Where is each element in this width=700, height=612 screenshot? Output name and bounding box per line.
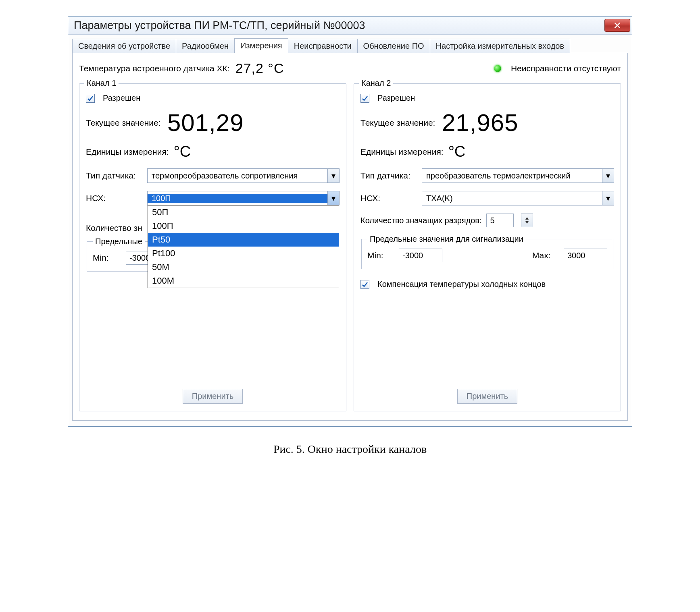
dropdown-arrow-icon: ▾ bbox=[602, 191, 614, 205]
ch1-units-value: °C bbox=[174, 143, 191, 160]
ch1-nch-value: 100П bbox=[148, 194, 327, 203]
ch1-nch-select[interactable]: 100П ▾ 50П 100П Pt50 Pt100 50M 100M bbox=[147, 191, 340, 205]
ch2-sensor-type-label: Тип датчика: bbox=[360, 171, 417, 180]
tabstrip: Сведения об устройстве Радиообмен Измере… bbox=[72, 38, 628, 53]
tabpage-measurements: Температура встроенного датчика ХК: 27,2… bbox=[72, 53, 628, 421]
ch2-units-label: Единицы измерения: bbox=[360, 147, 444, 157]
ch1-nch-option[interactable]: 50П bbox=[148, 205, 339, 219]
dialog-window: Параметры устройства ПИ РМ-ТС/ТП, серийн… bbox=[68, 16, 632, 427]
tab-firmware[interactable]: Обновление ПО bbox=[357, 39, 430, 53]
ch2-enabled-label: Разрешен bbox=[377, 93, 415, 103]
ch1-nch-label: НСХ: bbox=[86, 193, 142, 203]
ch2-current-value: 21,965 bbox=[442, 111, 519, 135]
tab-radio[interactable]: Радиообмен bbox=[176, 39, 235, 53]
check-icon bbox=[87, 95, 94, 102]
ch1-sensor-type-label: Тип датчика: bbox=[86, 171, 142, 180]
ch2-enabled-checkbox[interactable] bbox=[360, 94, 369, 103]
ch2-digits-label: Количество значащих разрядов: bbox=[360, 216, 481, 225]
top-status-row: Температура встроенного датчика ХК: 27,2… bbox=[79, 60, 621, 76]
window-title: Параметры устройства ПИ РМ-ТС/ТП, серийн… bbox=[74, 19, 365, 32]
ch1-nch-option[interactable]: 100П bbox=[148, 219, 339, 233]
ch1-nch-option[interactable]: 100M bbox=[148, 274, 339, 288]
channel-1-legend: Канал 1 bbox=[84, 79, 119, 88]
ch1-apply-button[interactable]: Применить bbox=[183, 389, 243, 404]
ch2-max-input[interactable]: 3000 bbox=[564, 249, 607, 262]
tab-measurements[interactable]: Измерения bbox=[234, 38, 288, 53]
tab-device-info[interactable]: Сведения об устройстве bbox=[72, 39, 176, 53]
ch2-digits-spinner[interactable] bbox=[521, 214, 533, 227]
channel-2-group: Канал 2 Разрешен Текущее значение: 21,96… bbox=[354, 83, 621, 411]
status-led-icon bbox=[494, 65, 501, 72]
ch2-units-value: °C bbox=[448, 143, 466, 160]
titlebar: Параметры устройства ПИ РМ-ТС/ТП, серийн… bbox=[68, 17, 632, 35]
ch2-sensor-type-value: преобразователь термоэлектрический bbox=[422, 171, 602, 180]
dropdown-arrow-icon: ▾ bbox=[327, 191, 339, 205]
ch1-nch-option[interactable]: Pt50 bbox=[148, 233, 339, 247]
ch2-nch-label: НСХ: bbox=[360, 193, 417, 203]
channel-2-legend: Канал 2 bbox=[359, 79, 393, 88]
ch1-units-label: Единицы измерения: bbox=[86, 147, 169, 157]
ch1-current-value: 501,29 bbox=[167, 111, 244, 135]
close-icon bbox=[614, 22, 621, 29]
ch1-enabled-label: Разрешен bbox=[103, 93, 140, 103]
tab-faults[interactable]: Неисправности bbox=[288, 39, 358, 53]
ch2-cold-comp-checkbox[interactable] bbox=[360, 280, 369, 289]
close-button[interactable] bbox=[604, 19, 630, 32]
ch1-nch-option[interactable]: Pt100 bbox=[148, 247, 339, 260]
ch2-current-label: Текущее значение: bbox=[360, 118, 437, 128]
ch1-sensor-type-select[interactable]: термопреобразователь сопротивления ▾ bbox=[147, 168, 340, 183]
ch2-min-label: Min: bbox=[367, 251, 388, 260]
internal-temp-label: Температура встроенного датчика ХК: bbox=[79, 64, 230, 73]
internal-temp-value: 27,2 °C bbox=[235, 60, 284, 76]
ch2-apply-button[interactable]: Применить bbox=[457, 389, 517, 404]
tab-inputs-config[interactable]: Настройка измерительных входов bbox=[430, 39, 571, 53]
ch1-nch-dropdown: 50П 100П Pt50 Pt100 50M 100M bbox=[148, 205, 339, 288]
ch2-nch-value: ТХА(K) bbox=[422, 194, 602, 203]
status-text: Неисправности отсутствуют bbox=[511, 64, 621, 73]
ch1-nch-option[interactable]: 50M bbox=[148, 260, 339, 274]
ch2-min-input[interactable]: -3000 bbox=[399, 249, 442, 262]
check-icon bbox=[362, 281, 368, 288]
ch1-sensor-type-value: термопреобразователь сопротивления bbox=[148, 171, 327, 180]
ch2-max-label: Max: bbox=[532, 251, 552, 260]
ch1-min-label: Min: bbox=[93, 253, 121, 263]
dropdown-arrow-icon: ▾ bbox=[602, 169, 614, 183]
figure-caption: Рис. 5. Окно настройки каналов bbox=[68, 443, 632, 456]
ch2-alarm-group: Предельные значения для сигнализации Min… bbox=[361, 234, 613, 269]
ch1-alarm-legend-truncated: Предельные bbox=[93, 237, 145, 246]
dropdown-arrow-icon: ▾ bbox=[327, 169, 339, 183]
ch2-digits-input[interactable]: 5 bbox=[486, 214, 514, 227]
ch1-enabled-checkbox[interactable] bbox=[86, 94, 95, 103]
ch1-digits-label-truncated: Количество зн bbox=[86, 223, 142, 233]
ch2-nch-select[interactable]: ТХА(K) ▾ bbox=[422, 191, 614, 205]
ch2-alarm-legend: Предельные значения для сигнализации bbox=[367, 234, 526, 244]
ch2-sensor-type-select[interactable]: преобразователь термоэлектрический ▾ bbox=[422, 168, 614, 183]
spinner-arrows-icon bbox=[524, 216, 530, 224]
channel-1-group: Канал 1 Разрешен Текущее значение: 501,2… bbox=[79, 83, 346, 411]
client-area: Сведения об устройстве Радиообмен Измере… bbox=[68, 35, 632, 426]
check-icon bbox=[362, 95, 368, 102]
ch1-current-label: Текущее значение: bbox=[86, 118, 162, 128]
ch2-cold-comp-label: Компенсация температуры холодных концов bbox=[377, 280, 546, 289]
